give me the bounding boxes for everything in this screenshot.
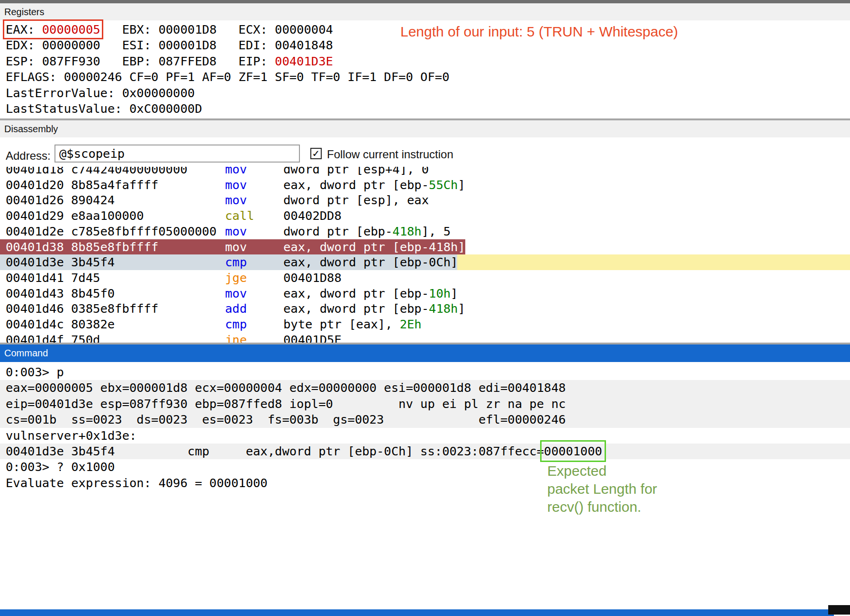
- instruction-mnemonic: mov: [225, 239, 247, 255]
- follow-current-instruction-label: Follow current instruction: [327, 146, 453, 163]
- disassembly-listing[interactable]: 00401d18c744240400000000movdword ptr [es…: [0, 167, 850, 343]
- instruction-operands: eax, dword ptr [ebp-418h]: [283, 301, 465, 317]
- text-segment: 00401D88: [283, 271, 342, 285]
- register-line: EAX: 00000005 EBX: 000001D8 ECX: 0000000…: [6, 22, 450, 37]
- disasm-row-00401d18[interactable]: 00401d18c744240400000000movdword ptr [es…: [0, 167, 850, 177]
- text-segment: 2Eh: [400, 317, 422, 331]
- instruction-operands: eax, dword ptr [ebp-0Ch]: [283, 254, 458, 270]
- text-segment: ], 5: [422, 224, 451, 238]
- instruction-bytes: 3b45f4: [71, 254, 115, 270]
- instruction-address: 00401d26: [6, 192, 64, 208]
- instruction-mnemonic: mov: [225, 224, 247, 239]
- instruction-address: 00401d38: [6, 239, 64, 255]
- address-label: Address:: [6, 148, 51, 164]
- text-segment: ]: [458, 178, 465, 192]
- instruction-address: 00401d41: [6, 270, 64, 286]
- instruction-bytes: 8b85e8fbffff: [71, 239, 158, 255]
- disasm-row-00401d4c[interactable]: 00401d4c80382ecmpbyte ptr [eax], 2Eh: [0, 317, 850, 332]
- text-segment: 0:003> p: [6, 365, 64, 379]
- address-input[interactable]: [54, 145, 300, 163]
- text-segment: EDX: 00000000 ESI: 000001D8 EDI: 0040184…: [6, 38, 333, 52]
- instruction-operands: 00402DD8: [283, 208, 342, 224]
- text-segment: LastErrorValue: 0x00000000: [6, 86, 195, 100]
- registers-content: EAX: 00000005 EBX: 000001D8 ECX: 0000000…: [6, 22, 450, 117]
- instruction-bytes: 0385e8fbffff: [71, 301, 158, 317]
- disasm-row-00401d20[interactable]: 00401d208b85a4faffffmoveax, dword ptr [e…: [0, 177, 850, 193]
- text-segment: 418h: [429, 301, 458, 316]
- annotation-line: recv() function.: [547, 498, 657, 516]
- instruction-operands: 00401D5E: [283, 332, 342, 343]
- instruction-operands: eax, dword ptr [ebp-10h]: [283, 286, 458, 301]
- instruction-operands: dword ptr [esp+4], 0: [283, 167, 429, 177]
- instruction-operands: 00401D88: [283, 270, 342, 286]
- disasm-row-00401d38[interactable]: 00401d388b85e8fbffffmoveax, dword ptr [e…: [0, 239, 850, 255]
- registers-panel-title: Registers: [4, 7, 44, 17]
- text-segment: Evaluate expression: 4096 = 00001000: [6, 476, 268, 490]
- instruction-operands: eax, dword ptr [ebp-418h]: [283, 239, 465, 255]
- instruction-bytes: 750d: [71, 332, 100, 343]
- command-line: 0:003> ? 0x1000: [0, 459, 850, 475]
- instruction-mnemonic: mov: [225, 192, 247, 208]
- instruction-address: 00401d4f: [6, 332, 64, 343]
- disassembly-address-bar: Address: ✓ Follow current instruction: [0, 145, 850, 167]
- text-segment: LastStatusValue: 0xC000000D: [6, 101, 202, 116]
- disasm-row-00401d41[interactable]: 00401d417d45jge00401D88: [0, 270, 850, 286]
- text-segment: eax=00000005 ebx=000001d8 ecx=00000004 e…: [6, 380, 566, 395]
- instruction-bytes: 8b85a4faffff: [71, 177, 158, 193]
- instruction-address: 00401d2e: [6, 224, 64, 239]
- follow-current-instruction-checkbox[interactable]: ✓: [310, 148, 322, 159]
- instruction-address: 00401d43: [6, 286, 64, 301]
- command-line: vulnserver+0x1d3e:: [0, 428, 850, 444]
- instruction-bytes: e8aa100000: [71, 208, 144, 224]
- instruction-bytes: c744240400000000: [71, 167, 188, 177]
- text-segment: EFLAGS: 00000246 CF=0 PF=1 AF=0 ZF=1 SF=…: [6, 70, 450, 84]
- command-line: eax=00000005 ebx=000001d8 ecx=00000004 e…: [0, 380, 850, 396]
- disassembly-panel-title: Disassembly: [4, 124, 58, 134]
- instruction-bytes: c785e8fbffff05000000: [71, 224, 217, 239]
- text-segment: eax, dword ptr [ebp-418h]: [283, 240, 465, 254]
- text-segment: 00401D5E: [283, 333, 342, 343]
- text-segment: dword ptr [esp+4], 0: [283, 167, 429, 176]
- disasm-row-00401d3e[interactable]: 00401d3e3b45f4cmpeax, dword ptr [ebp-0Ch…: [0, 254, 850, 270]
- instruction-address: 00401d46: [6, 301, 64, 317]
- instruction-mnemonic: jne: [225, 332, 247, 343]
- disasm-row-00401d46[interactable]: 00401d460385e8fbffffaddeax, dword ptr [e…: [0, 301, 850, 317]
- annotation-expected-packet-length: Expectedpacket Length forrecv() function…: [547, 462, 657, 516]
- instruction-address: 00401d18: [6, 167, 64, 177]
- register-line: EFLAGS: 00000246 CF=0 PF=1 AF=0 ZF=1 SF=…: [6, 69, 450, 85]
- disasm-row-00401d4f[interactable]: 00401d4f750djne00401D5E: [0, 332, 850, 343]
- instruction-operands: eax, dword ptr [ebp-55Ch]: [283, 177, 465, 193]
- register-line: LastErrorValue: 0x00000000: [6, 85, 450, 101]
- instruction-operands: dword ptr [esp], eax: [283, 192, 429, 208]
- disasm-row-00401d29[interactable]: 00401d29e8aa100000call00402DD8: [0, 208, 850, 224]
- instruction-operands: byte ptr [eax], 2Eh: [283, 317, 422, 332]
- instruction-mnemonic: mov: [225, 177, 247, 193]
- text-segment: ESP: 087FF930 EBP: 087FFED8 EIP:: [6, 54, 275, 68]
- register-line: LastStatusValue: 0xC000000D: [6, 101, 450, 117]
- text-segment: vulnserver+0x1d3e:: [6, 428, 136, 443]
- text-segment: eax, dword ptr [ebp-: [283, 286, 429, 300]
- text-segment: eax, dword ptr [ebp-: [283, 178, 429, 192]
- command-output: 0:003> peax=00000005 ebx=000001d8 ecx=00…: [0, 362, 850, 491]
- instruction-address: 00401d20: [6, 177, 64, 193]
- command-line: eip=00401d3e esp=087ff930 ebp=087ffed8 i…: [0, 396, 850, 412]
- disasm-row-00401d43[interactable]: 00401d438b45f0moveax, dword ptr [ebp-10h…: [0, 286, 850, 301]
- text-segment: EBX: 000001D8 ECX: 00000004: [100, 22, 333, 36]
- instruction-mnemonic: call: [225, 208, 254, 224]
- text-segment: eax, dword ptr [ebp-0Ch]: [283, 255, 458, 269]
- text-segment: 418h: [392, 224, 421, 238]
- disassembly-panel-header: Disassembly: [0, 120, 850, 137]
- disasm-row-00401d26[interactable]: 00401d26890424movdword ptr [esp], eax: [0, 192, 850, 208]
- disasm-row-00401d2e[interactable]: 00401d2ec785e8fbffff05000000movdword ptr…: [0, 224, 850, 239]
- text-segment: 00401d3e 3b45f4 cmp eax,dword ptr [ebp-0…: [6, 444, 544, 458]
- instruction-bytes: 7d45: [71, 270, 100, 286]
- text-segment: 0:003> ? 0x1000: [6, 460, 115, 474]
- text-segment: eip=00401d3e esp=087ff930 ebp=087ffed8 i…: [6, 397, 566, 411]
- command-input-bar[interactable]: [0, 609, 834, 616]
- text-segment: eax, dword ptr [ebp-: [283, 301, 429, 316]
- text-segment: EAX:: [6, 22, 42, 36]
- window-corner-block: [828, 605, 850, 615]
- instruction-mnemonic: mov: [225, 167, 247, 177]
- text-segment: 55Ch: [429, 178, 458, 192]
- window-top-edge: [0, 0, 850, 3]
